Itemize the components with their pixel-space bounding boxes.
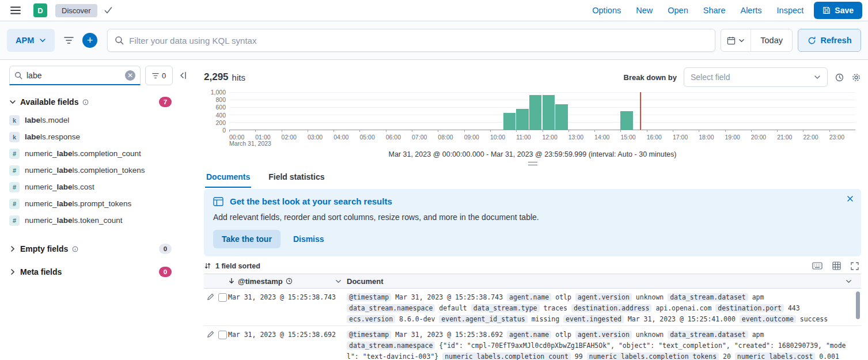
field-item[interactable]: # numeric_labels.cost [9,179,187,195]
table-row[interactable]: Mar 31, 2023 @ 15:25:38.692 @timestamp M… [204,326,861,360]
field-item[interactable]: # numeric_labels.prompt_tokens [9,195,187,212]
breadcrumb[interactable]: Discover [55,4,97,17]
history-icon[interactable] [835,73,844,82]
tab-documents[interactable]: Documents [205,169,251,188]
timestamp-column-header[interactable]: @timestamp [238,277,283,286]
close-icon[interactable] [847,195,854,202]
histogram-bar[interactable] [555,104,568,130]
x-tick [777,130,778,132]
menu-icon[interactable] [6,2,25,19]
empty-fields-header[interactable]: Empty fields 0 [9,244,187,254]
y-tick-label: 0 [222,127,226,134]
histogram-bar[interactable] [516,109,529,130]
current-time-marker [640,92,641,130]
date-picker-menu[interactable] [721,29,751,51]
field-chip: agent.version [575,293,632,301]
x-tick [568,130,569,132]
chart-resize-handle[interactable] [528,162,537,165]
nav-share[interactable]: Share [703,6,726,15]
breakdown-select[interactable]: Select field [684,67,828,87]
dismiss-button[interactable]: Dismiss [293,234,324,244]
edit-icon[interactable] [207,293,214,301]
y-tick-label: 800 [215,96,226,103]
x-tick [620,130,621,132]
histogram-bar[interactable] [529,95,543,130]
x-tick-label: 06:00 [386,134,401,141]
sorted-fields-button[interactable]: 1 field sorted [215,262,260,270]
body: ✕ 0 Available fields [0,60,868,360]
row-checkbox[interactable] [218,293,227,302]
nav-alerts[interactable]: Alerts [740,6,761,15]
column-menu-icon[interactable] [846,278,852,285]
field-chip: ecs.version [347,315,395,323]
histogram-bar[interactable] [620,111,634,130]
nav-open[interactable]: Open [668,6,688,15]
save-button[interactable]: Save [814,2,862,19]
field-item[interactable]: k labels.model [9,112,187,128]
grid-view-icon[interactable] [832,262,841,270]
collapse-sidebar-icon[interactable] [179,71,187,79]
gear-icon[interactable] [851,73,861,82]
deployment-avatar[interactable]: D [33,3,47,17]
x-tick-label: 08:00 [438,134,453,141]
clear-search-icon[interactable]: ✕ [125,70,135,81]
vertical-scrollbar[interactable] [856,291,860,319]
x-tick [412,130,412,132]
histogram-bar[interactable] [543,95,556,130]
nav-inspect[interactable]: Inspect [777,6,804,15]
x-tick-label: 02:00 [282,134,297,141]
kql-search-input[interactable] [107,29,715,52]
kibana-discover-app: D Discover Options New Open Share Alerts… [0,0,868,360]
y-tick-label: 1,000 [211,89,226,96]
x-tick-label: 18:00 [699,134,714,141]
field-chip: data_stream.namespace [347,342,435,350]
histogram-chart[interactable]: 1,0008006004002000 00:0001:0002:0003:000… [204,89,861,143]
field-search-input[interactable]: ✕ [9,66,141,85]
info-icon [72,246,78,252]
funnel-icon [152,73,159,79]
edit-icon[interactable] [207,331,214,338]
keyboard-icon[interactable] [812,262,822,270]
data-view-picker[interactable]: APM [7,29,55,52]
x-tick [333,130,334,132]
x-tick-label: 11:00 [516,134,531,141]
field-search-field[interactable] [26,71,121,80]
chevron-down-icon [39,37,46,44]
field-type-icon: # [9,215,20,226]
breakdown-label: Break down by [624,73,677,82]
x-tick-label: 21:00 [777,134,792,141]
filter-icon[interactable] [60,32,77,49]
field-item[interactable]: # numeric_labels.completion_tokens [9,162,187,179]
histogram-bar[interactable] [503,113,517,130]
date-picker[interactable]: Today [721,29,793,52]
date-quick-label[interactable]: Today [751,36,792,45]
y-tick-label: 200 [215,119,226,126]
chevron-down-icon [814,74,821,81]
main-content: 2,295 hits Break down by Select field [196,60,868,360]
nav-options[interactable]: Options [592,6,621,15]
table-row[interactable]: Mar 31, 2023 @ 15:25:38.743 @timestamp M… [204,289,861,326]
field-item[interactable]: # numeric_labels.token_count [9,212,187,229]
fullscreen-icon[interactable] [851,262,859,270]
document-column-header[interactable]: Document [347,277,384,286]
available-fields-header[interactable]: Available fields 7 [9,97,187,107]
refresh-button[interactable]: Refresh [798,29,861,52]
y-tick-label: 600 [215,104,226,111]
field-type-icon: k [9,115,20,126]
column-menu-icon[interactable] [335,278,342,285]
field-chip: numeric_labels.cost [735,353,816,360]
meta-fields-header[interactable]: Meta fields 0 [9,267,187,277]
field-item[interactable]: k labels.response [9,128,187,145]
x-tick [829,130,830,132]
row-checkbox[interactable] [218,331,227,339]
kql-input-field[interactable] [129,36,708,46]
field-chip: numeric_labels.completion_count [442,353,571,360]
clock-icon [286,278,293,285]
tab-field-statistics[interactable]: Field statistics [267,169,325,188]
add-filter-button[interactable]: + [82,33,97,48]
x-tick [386,130,386,132]
nav-new[interactable]: New [636,6,653,15]
field-type-filter-button[interactable]: 0 [145,66,173,85]
field-item[interactable]: # numeric_labels.completion_count [9,145,187,162]
take-tour-button[interactable]: Take the tour [213,230,281,248]
